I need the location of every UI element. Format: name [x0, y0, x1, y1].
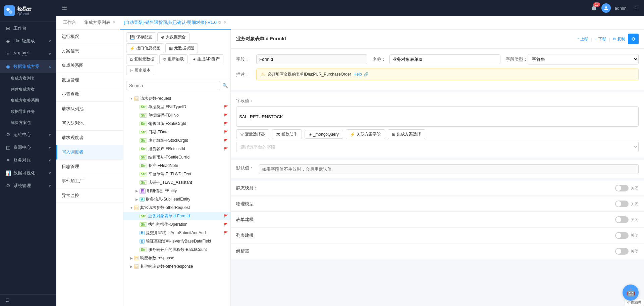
tab-workbench[interactable]: 工作台 [59, 16, 80, 30]
small-assistant-btn[interactable]: 🤖 [623, 285, 639, 301]
expand-icon[interactable]: ▶ [134, 188, 140, 194]
search-input[interactable] [126, 81, 220, 90]
username-label[interactable]: admin [615, 6, 627, 11]
tree-node-batch-count[interactable]: Str 服务端开启的线程数-BatchCount [123, 246, 230, 254]
help-link[interactable]: Help [354, 72, 362, 77]
field-input[interactable] [256, 54, 367, 64]
topbar-menu-icon[interactable]: ☰ [62, 4, 67, 12]
sidebar-sub-create-solution[interactable]: 创建集成方案 [0, 84, 56, 95]
tree-node-other-response[interactable]: ▶ □ 其他响应参数-otherResponse [123, 262, 230, 271]
tree-node-fentity[interactable]: ▶ 囲 明细信息-FEntity [123, 187, 230, 195]
left-panel-event-factory[interactable]: 事件加工厂 [56, 174, 123, 188]
sidebar-item-lite[interactable]: ◈ Lite 轻集成 ∨ [0, 35, 56, 47]
copy-btn[interactable]: ⧉ 复制 [613, 36, 625, 42]
left-panel-overview[interactable]: 运行概况 [56, 30, 123, 44]
tree-node-verify-base[interactable]: B 验证基础资料-IsVerifyBaseDataField [123, 237, 230, 246]
sidebar-item-workbench[interactable]: ⊞ 工作台 [0, 22, 56, 35]
move-up-btn[interactable]: ↑ 上移 [577, 36, 588, 42]
sidebar-sub-integration-list[interactable]: 集成方案列表 [0, 73, 56, 84]
parser-toggle[interactable] [615, 248, 629, 255]
sidebar-sub-solution-relation[interactable]: 集成方案关系图 [0, 95, 56, 106]
physical-model-toggle[interactable] [615, 201, 629, 207]
sidebar-collapse-btn[interactable]: ☰ [0, 294, 56, 306]
tree-node-operation[interactable]: Str 执行的操作-Operation 🚩 [123, 220, 230, 229]
expand-icon [134, 146, 140, 152]
expand-icon[interactable]: ▶ [129, 264, 134, 269]
user-avatar[interactable] [601, 3, 611, 13]
sidebar-item-api[interactable]: ○ API 资产 ∨ [0, 47, 56, 60]
left-panel-integration-diagram[interactable]: 集成关系图 [56, 58, 123, 73]
expand-icon[interactable]: ▼ [129, 205, 134, 211]
table-build-toggle[interactable] [615, 216, 629, 223]
tree-node-fstock-org[interactable]: Str 库存组织-FStockOrgId 🚩 [123, 136, 230, 145]
left-panel-log-mgmt[interactable]: 日志管理 [56, 160, 123, 174]
interface-view-btn[interactable]: ⚡ 接口信息视图 [126, 43, 164, 53]
move-down-btn[interactable]: ↓ 下移 [595, 36, 606, 42]
big-data-btn[interactable]: ⊕ 大数据聚合 [157, 32, 190, 42]
list-build-toggle[interactable] [615, 232, 629, 239]
sidebar-item-resource[interactable]: ◫ 资源中心 ∨ [0, 141, 56, 154]
tab-current-close[interactable]: ✕ [223, 20, 227, 25]
tab-current[interactable]: [自动菜梨]-销售退货同步(已确认-明细对接)-V1.0 ↻ ✕ [120, 16, 231, 30]
tab-solution-list-close[interactable]: ✕ [112, 20, 116, 25]
name-input[interactable] [389, 54, 500, 64]
tree-node-fdate[interactable]: Str 日期-FDate 🚩 [123, 128, 230, 136]
sidebar-item-data-solution[interactable]: ◉ 数据集成方案 ∧ [0, 60, 56, 73]
field-value-input[interactable] [236, 106, 639, 127]
mongo-query-btn[interactable]: ◈ _mongoQuery [305, 130, 343, 139]
left-panel-write-scheduler[interactable]: 写入调度者 [56, 145, 123, 160]
search-icon[interactable]: 🔍 [222, 83, 228, 88]
expand-icon[interactable]: ▼ [129, 96, 134, 101]
sidebar-item-data-visual[interactable]: 📊 数据可视化 ∨ [0, 167, 56, 179]
tree-node-fsettle-curr[interactable]: Str 结算币别-FSettleCurrId [123, 153, 230, 162]
solution-select-btn[interactable]: ⊞ 集成方案选择 [388, 129, 425, 139]
static-mapping-toggle[interactable] [615, 185, 629, 191]
tree-node-fhead-note[interactable]: Str 备注-FHeadNote [123, 162, 230, 170]
tree-node-other-request[interactable]: ▼ □ 其它请求参数-otherRequest [123, 204, 230, 212]
tree-node-form-id[interactable]: Str 业务对象表单Id-FormId 🚩 [123, 212, 230, 220]
tree-node-request-params[interactable]: ▼ □ 请求参数-request [123, 94, 230, 103]
source-field-select[interactable]: 选择源平台的字段 [236, 142, 639, 152]
type-select[interactable]: 字符串 整数 布尔值 对象 数组 [528, 54, 639, 64]
left-panel-data-mgmt[interactable]: 数据管理 [56, 73, 123, 87]
sidebar: 轻易云 QCIoud ⊞ 工作台 ◈ Lite 轻集成 ∨ ○ API 资产 ∨… [0, 0, 56, 306]
topbar-more-icon[interactable]: ⋮ [633, 5, 639, 11]
func-helper-btn[interactable]: fx 函数助手 [272, 129, 302, 139]
tab-solution-list[interactable]: 集成方案列表 ✕ [80, 16, 120, 30]
gen-api-btn[interactable]: ✦ 生成API资产 [189, 54, 223, 64]
notification-bell[interactable]: 10 [591, 4, 597, 12]
var-selector-btn[interactable]: ▽ 变量选择器 [236, 129, 269, 139]
expand-icon[interactable]: ▶ [134, 197, 140, 202]
settings-btn[interactable]: ⚙ [628, 34, 639, 44]
tree-node-fsale-org[interactable]: Str 销售组织-FSaleOrgId 🚩 [123, 120, 230, 128]
left-panel-request-queue[interactable]: 请求队列池 [56, 102, 123, 116]
tree-node-response[interactable]: ▶ □ 响应参数-response [123, 254, 230, 262]
left-panel-request-viewer[interactable]: 请求观度者 [56, 131, 123, 145]
sidebar-item-sys-mgmt[interactable]: ⚙ 系统管理 ∨ [0, 179, 56, 192]
tree-node-fbill-no[interactable]: Str 单据编码-FBillNo 🚩 [123, 111, 230, 120]
sidebar-sub-data-export[interactable]: 数据导出任务 [0, 106, 56, 117]
reload-btn[interactable]: ↻ 重新加载 [159, 54, 187, 64]
save-config-btn[interactable]: 💾 保存配置 [126, 32, 156, 42]
tree-node-ftlwd-assistant[interactable]: Str 店铺-F_TLWD_Assistant [123, 178, 230, 187]
expand-icon[interactable]: ▶ [129, 256, 134, 261]
related-field-btn[interactable]: ⚡ 关联方案字段 [346, 129, 385, 139]
default-val-input[interactable] [259, 164, 639, 174]
sidebar-item-finance[interactable]: ≡ 财务对账 ∨ [0, 154, 56, 167]
tree-node-fbill-type[interactable]: Str 单据类型-FBillTypeID 🚩 [123, 103, 230, 111]
tree-node-submit-audit[interactable]: B 提交并审核-IsAutoSubmitAndAudit 🚩 [123, 229, 230, 237]
expand-icon [134, 247, 140, 253]
meta-view-btn[interactable]: ▦ 元数据视图 [165, 43, 198, 53]
left-panel-write-queue[interactable]: 写入队列池 [56, 116, 123, 131]
left-panel-xiao-qing[interactable]: 小青查数 [56, 87, 123, 102]
history-btn[interactable]: ⊫ 历史版本 [126, 65, 154, 75]
tab-current-refresh[interactable]: ↻ [218, 20, 221, 25]
copy-meta-btn[interactable]: ⧉ 复制元数据 [126, 54, 158, 64]
left-panel-solution-info[interactable]: 方案信息 [56, 44, 123, 58]
left-panel-anomaly-monitor[interactable]: 异常监控 [56, 188, 123, 203]
tree-node-sub-head[interactable]: ▶ A 财务信息-SubHeadEntity [123, 195, 230, 204]
tree-node-fret-cust[interactable]: Str 退货客户-FRetcustId 🚩 [123, 145, 230, 153]
sidebar-item-ops[interactable]: ⚙ 运维中心 ∨ [0, 128, 56, 141]
sidebar-sub-solution-pkg[interactable]: 解决方案包 [0, 117, 56, 128]
tree-node-ftlwd-text[interactable]: Str 平台单号-F_TLWD_Text [123, 170, 230, 178]
